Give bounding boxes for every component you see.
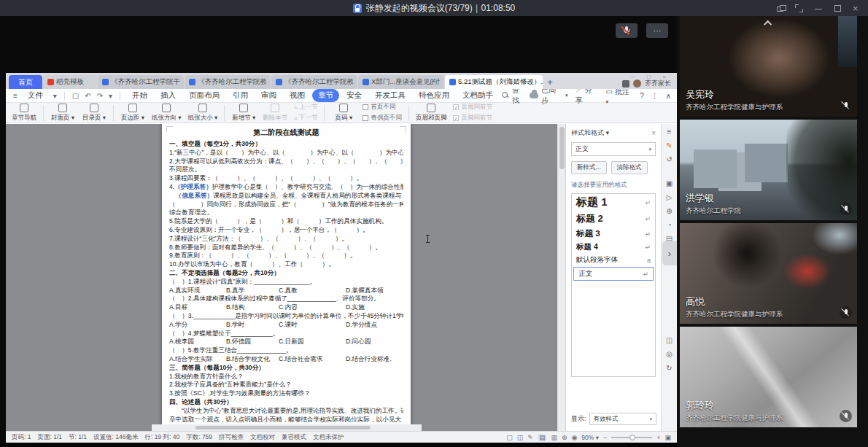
menu-item-审阅[interactable]: 审阅 [255,89,282,102]
more-button[interactable]: ··· [646,23,668,38]
tab-document-1[interactable]: 《齐齐哈尔工程学院教...2020.05.18 [185,75,271,89]
status-文档未保护[interactable]: 文档未保护 [313,433,344,442]
menu-item-页面布局[interactable]: 页面布局 [183,89,225,102]
menu-icon[interactable]: ≡ [667,128,672,136]
comment-button[interactable]: ▭ 批注 ▾ [605,87,632,105]
ribbon-button-页码[interactable]: 页码 ▾ [331,104,356,123]
maximize-icon[interactable] [834,5,841,12]
menu-item-开始[interactable]: 开始 [126,89,153,102]
video-tile-洪学银[interactable]: 洪学银齐齐哈尔工程学院 [680,120,857,220]
style-item-标题 2[interactable]: 标题 2↵ [572,211,655,227]
search-icon[interactable] [502,92,509,99]
collapse-strip-button[interactable] [756,18,781,28]
close-icon[interactable]: × [853,4,861,12]
pages-view-icon[interactable]: ◫ [517,434,524,441]
new-tab-button[interactable]: + [543,75,557,89]
style-item-标题 4[interactable]: 标题 4↵ [572,241,655,254]
menu-item-视图[interactable]: 视图 [284,89,311,102]
menu-file[interactable]: 文件 [22,89,49,102]
popout-icon[interactable] [777,7,783,12]
clear-format-button[interactable]: 清除格式 [611,161,648,174]
status-行[interactable]: 行: 19 列: 40 [144,433,179,442]
help-button[interactable]: ? [640,92,644,100]
app-icon[interactable] [622,80,629,88]
zoom-slider[interactable] [611,437,652,438]
zoom-out-icon[interactable]: − [603,434,607,441]
video-tile-郭玲玲[interactable]: 郭玲玲齐齐哈尔工程学院健康与护理系 [680,327,857,427]
menu-item-特色应用[interactable]: 特色应用 [413,89,455,102]
page-view-icon[interactable]: ▤ [538,434,547,441]
tab-document-3[interactable]: X部门...座谈会意见的情况汇报 [358,75,444,89]
outline-view-icon[interactable]: ⊕ [562,434,567,441]
history-icon[interactable]: ↺ [666,156,672,163]
format-painter-icon[interactable]: ✎ [666,142,672,149]
tab-document-0[interactable]: 《齐齐哈尔工程学院干...2020.05.18 [98,75,184,89]
undo-icon[interactable]: ↶ [83,92,92,100]
more-tools-icon[interactable]: ▾ [107,92,114,100]
horizontal-scrollbar[interactable] [152,424,422,431]
menu-item-章节[interactable]: 章节 [312,89,339,102]
refresh-icon[interactable]: ↻ [666,365,672,372]
redo-icon[interactable]: ↷ [96,92,104,100]
tab-document-2[interactable]: 《齐齐哈尔工程学院教...2020.05.18 [271,75,357,89]
hamburger-icon[interactable]: ≡ [12,92,19,100]
mute-button[interactable] [616,23,638,38]
ribbon-button-章节导航[interactable]: 章节导航 [12,104,36,123]
expand-pane-handle[interactable]: › [662,241,677,265]
document-canvas[interactable]: 第二阶段在线测试题 一、填空题（每空1分，共30分）1.“新三中心”，是以（ ）… [6,124,677,431]
eye-protect-icon[interactable]: ◉ [571,434,577,441]
file-caret-icon[interactable]: ▾ [52,92,58,100]
ribbon-button-新增节[interactable]: 新增节 ▾ [231,104,256,123]
status-拼写检查[interactable]: 拼写检查 [219,433,244,442]
tab-active-document[interactable]: 5.21测试题（刘海婧修改）.doc × [445,75,543,89]
style-item-正文[interactable]: 正文↵ [573,267,654,281]
avatar[interactable] [633,79,641,88]
vertical-scrollbar[interactable] [557,124,565,431]
collapse-ribbon-icon[interactable]: ∧ [666,92,671,100]
menu-item-文档助手[interactable]: 文档助手 [457,89,499,102]
status-文档校对[interactable]: 文档校对 [250,433,275,442]
menu-item-安全[interactable]: 安全 [341,89,368,102]
zoom-knob[interactable] [629,435,635,440]
insert-icon[interactable]: ⊕ [666,208,672,215]
web-view-icon[interactable]: ▥ [551,434,557,441]
panel-close-icon[interactable]: × [651,129,656,137]
menu-item-插入[interactable]: 插入 [155,89,182,102]
show-style-select[interactable]: 有效样式▾ [589,413,656,425]
document-page[interactable]: 第二阶段在线测试题 一、填空题（每空1分，共30分）1.“新三中心”，是以（ ）… [162,124,411,431]
save-icon[interactable]: ▢ [71,92,80,100]
status-字数[interactable]: 字数: 759 [186,433,212,442]
menu-item-引用[interactable]: 引用 [227,89,254,102]
tab-templates[interactable]: 稻壳模板 [43,75,97,89]
status-页码[interactable]: 页码: 1 [12,433,31,442]
fullscreen-view-icon[interactable]: ▢ [506,434,513,441]
fullscreen-icon[interactable] [795,4,803,12]
status-节[interactable]: 节: 1/1 [69,433,87,442]
status-设置值[interactable]: 设置值: 146毫米 [93,433,138,442]
ribbon-button-目录页[interactable]: 目录页 ▾ [82,104,106,123]
tab-home[interactable]: 首页 [9,75,42,89]
style-item-标题 1[interactable]: 标题 1↵ [572,194,655,211]
zoom-level[interactable]: 90% ▾ [581,434,599,441]
overflow-icon[interactable]: ⋮ [651,92,659,100]
current-style-select[interactable]: 正文▾ [571,142,656,156]
ribbon-button-页边距[interactable]: 页边距 ▾ [120,104,145,123]
style-item-默认段落字体[interactable]: 默认段落字体a [572,254,655,266]
ribbon-button-纸张大小[interactable]: 纸张大小 ▾ [188,104,218,123]
split-icon[interactable]: ◫ [666,337,673,344]
selection-icon[interactable]: ▷ [667,194,673,201]
style-item-标题 3[interactable]: 标题 3↵ [572,227,655,241]
ribbon-button-页眉和页脚[interactable]: 页眉和页脚 [416,104,447,123]
clock-icon[interactable]: ◔ [667,222,671,229]
status-页面[interactable]: 页面: 1/1 [37,433,62,442]
menu-item-开发工具[interactable]: 开发工具 [369,89,411,102]
scrollbar-thumb[interactable] [559,127,565,169]
pen-mode-icon[interactable]: ✎ [527,434,533,441]
help-icon[interactable]: ◎ [666,351,673,358]
checkbox-首页不同[interactable]: 首页不同 [363,103,402,112]
thumbnail-icon[interactable]: ▣ [666,180,673,187]
ribbon-button-封面页[interactable]: 封面页 ▾ [50,104,75,123]
hscrollbar-thumb[interactable] [195,426,371,429]
status-兼容模式[interactable]: 兼容模式 [282,433,306,442]
ribbon-button-纸张方向[interactable]: 纸张方向 ▾ [152,104,182,123]
